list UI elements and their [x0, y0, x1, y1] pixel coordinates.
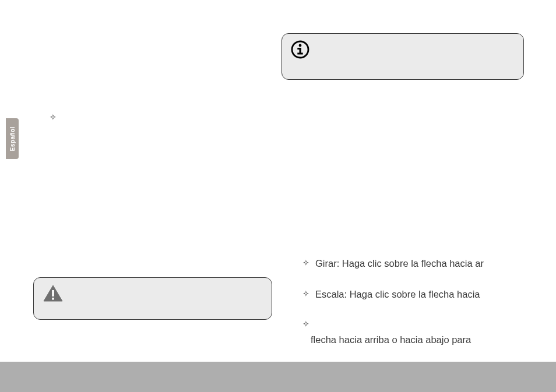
svg-rect-5 — [52, 290, 54, 296]
info-note-box — [281, 33, 524, 80]
left-list-item-1: ✧ — [50, 111, 62, 123]
right-list-item-2-text: Escala: Haga clic sobre la flecha hacia — [315, 288, 480, 301]
diamond-icon: ✧ — [302, 288, 309, 299]
svg-rect-6 — [52, 298, 54, 300]
right-list-item-1-text: Girar: Haga clic sobre la flecha hacia a… — [315, 257, 484, 270]
svg-point-1 — [299, 44, 302, 47]
diamond-icon: ✧ — [302, 257, 309, 269]
language-tab[interactable]: Español — [6, 118, 19, 159]
footer-bar — [0, 362, 556, 392]
right-list-item-3: ✧ — [302, 318, 536, 330]
right-list-item-1: ✧ Girar: Haga clic sobre la flecha hacia… — [302, 257, 536, 270]
document-page: Español ✧ ✧ Girar: Haga cl — [0, 0, 556, 392]
right-list-item-3-text-line2: flecha hacia arriba o hacia abajo para — [311, 334, 471, 345]
diamond-icon: ✧ — [302, 318, 309, 330]
right-list-item-2: ✧ Escala: Haga clic sobre la flecha haci… — [302, 288, 536, 301]
warning-note-box — [33, 277, 272, 320]
svg-rect-4 — [297, 53, 302, 55]
info-icon — [290, 40, 310, 62]
diamond-icon: ✧ — [50, 111, 57, 123]
language-tab-label: Español — [9, 126, 16, 151]
warning-icon — [42, 284, 64, 306]
